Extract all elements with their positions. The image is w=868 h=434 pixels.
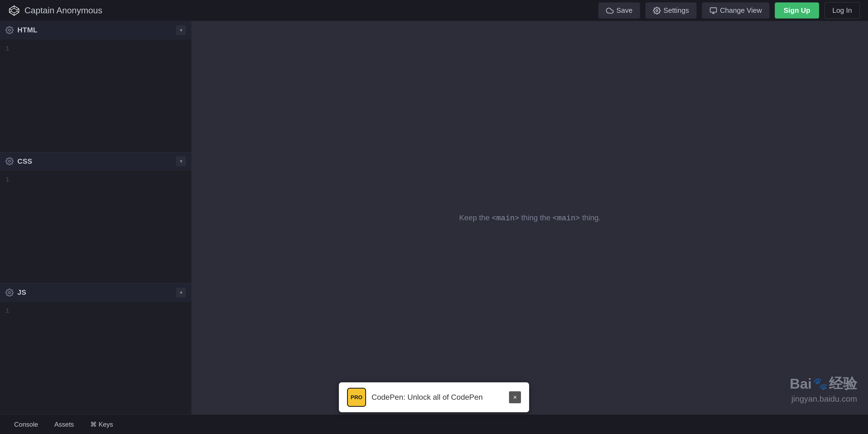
keys-tab[interactable]: ⌘ Keys (83, 417, 121, 432)
console-tab[interactable]: Console (6, 417, 45, 432)
css-editor-label: CSS (18, 157, 32, 166)
toast-close-button[interactable]: × (509, 391, 521, 403)
js-editor-header: JS ▾ (0, 284, 191, 301)
header: Captain Anonymous Save Settings Change V… (0, 0, 868, 21)
js-collapse-button[interactable]: ▾ (176, 288, 186, 297)
editors-panel: HTML ▾ 1 CSS ▾ 1 (0, 21, 192, 414)
svg-rect-9 (710, 8, 717, 12)
html-editor-section: HTML ▾ 1 (0, 21, 191, 152)
css-gear-icon[interactable] (5, 157, 13, 165)
toast-notification: PRO CodePen: Unlock all of CodePen × (339, 382, 529, 412)
baidu-paw-icon: 🐾 (813, 377, 828, 391)
css-editor-header: CSS ▾ (0, 152, 191, 171)
save-button[interactable]: Save (598, 2, 640, 19)
toast-pro-badge: PRO (347, 388, 366, 407)
css-header-left: CSS (5, 157, 32, 166)
html-header-left: HTML (5, 26, 37, 34)
baidu-brand-text2: 经验 (829, 374, 857, 393)
preview-code-1: <main> (492, 214, 519, 223)
signup-label: Sign Up (783, 6, 810, 15)
console-tab-label: Console (14, 421, 38, 428)
pen-title: Captain Anonymous (25, 5, 102, 16)
svg-point-12 (8, 29, 10, 31)
baidu-watermark: Bai 🐾 经验 jingyan.baidu.com (790, 374, 857, 404)
toast-close-icon: × (513, 394, 517, 401)
codepen-logo-icon (8, 5, 20, 17)
html-editor-header: HTML ▾ (0, 21, 191, 39)
baidu-brand-text: Bai (790, 376, 812, 392)
svg-point-8 (656, 9, 658, 11)
js-editor-section: JS ▾ 1 (0, 284, 191, 414)
css-editor-body[interactable]: 1 (0, 171, 191, 283)
baidu-logo: Bai 🐾 经验 (790, 374, 857, 393)
preview-panel: Keep the <main> thing the <main> thing. … (192, 21, 868, 414)
preview-message: Keep the <main> thing the <main> thing. (459, 213, 601, 223)
signup-button[interactable]: Sign Up (775, 2, 819, 19)
html-gear-icon[interactable] (5, 26, 13, 34)
css-editor-section: CSS ▾ 1 (0, 152, 191, 284)
html-editor-body[interactable]: 1 (0, 39, 191, 152)
assets-tab-label: Assets (54, 421, 74, 428)
svg-point-13 (8, 160, 10, 162)
settings-label: Settings (663, 6, 689, 15)
svg-point-14 (8, 291, 10, 294)
change-view-button[interactable]: Change View (702, 2, 769, 19)
header-right: Save Settings Change View Sign Up Log In (598, 2, 860, 19)
login-label: Log In (832, 6, 852, 15)
preview-code-2: <main> (553, 214, 580, 223)
monitor-icon (710, 7, 717, 15)
header-left: Captain Anonymous (8, 5, 102, 17)
settings-icon (653, 7, 661, 15)
toast-message: CodePen: Unlock all of CodePen (372, 393, 503, 402)
css-line-1: 1 (5, 176, 9, 183)
js-line-1: 1 (5, 307, 9, 315)
main-layout: HTML ▾ 1 CSS ▾ 1 (0, 21, 868, 414)
settings-button[interactable]: Settings (645, 2, 696, 19)
js-editor-body[interactable]: 1 (0, 301, 191, 414)
js-gear-icon[interactable] (5, 289, 13, 297)
js-header-left: JS (5, 288, 26, 297)
login-button[interactable]: Log In (825, 2, 860, 19)
html-line-1: 1 (5, 45, 9, 52)
html-collapse-button[interactable]: ▾ (176, 25, 186, 35)
assets-tab[interactable]: Assets (47, 417, 82, 432)
baidu-url: jingyan.baidu.com (790, 394, 857, 404)
cloud-icon (606, 7, 614, 15)
svg-marker-1 (11, 8, 17, 13)
bottom-bar: Console Assets ⌘ Keys (0, 414, 868, 434)
change-view-label: Change View (720, 6, 762, 15)
js-editor-label: JS (18, 288, 26, 297)
toast-badge-label: PRO (350, 394, 362, 401)
save-label: Save (616, 6, 632, 15)
keys-tab-label: ⌘ Keys (90, 421, 113, 428)
html-editor-label: HTML (18, 26, 37, 34)
css-collapse-button[interactable]: ▾ (176, 156, 186, 166)
